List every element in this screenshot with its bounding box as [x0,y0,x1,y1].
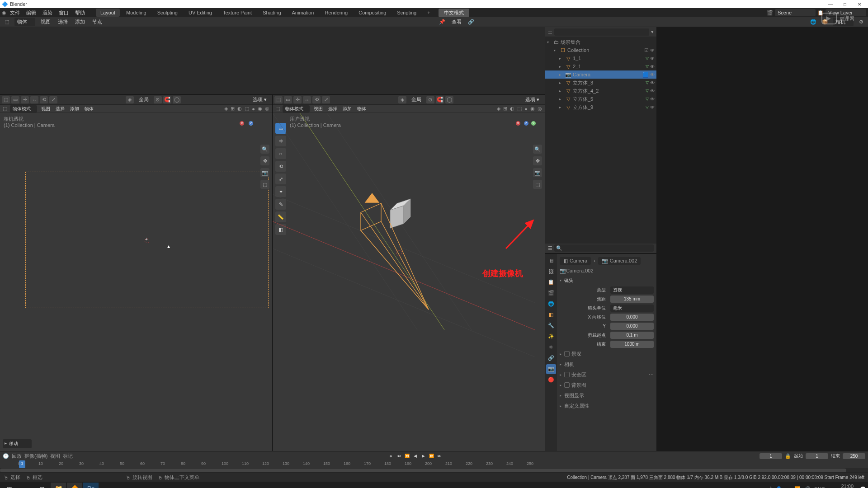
tab-object-icon[interactable]: ◧ [546,310,556,320]
tab-texpaint[interactable]: Texture Paint [218,9,256,17]
camera-view-icon[interactable]: 📷 [260,168,269,177]
tab-compositing[interactable]: Compositing [354,9,391,17]
rotate-icon[interactable]: ⟲ [312,96,321,103]
tab-physics-icon[interactable]: ⚛ [546,343,556,352]
keyframe-prev-icon[interactable]: ⏪ [403,453,410,459]
end-frame-field[interactable]: 250 [843,453,865,459]
zoom-icon[interactable]: 🔍 [533,145,542,154]
scene-field[interactable]: Scene [775,9,816,16]
clipend-field[interactable]: 1000 m [610,341,654,348]
timeline-scrollbar[interactable] [0,468,868,473]
vp-add[interactable]: 添加 [69,106,80,112]
editor-icon[interactable]: ⬚ [275,106,280,112]
select-tool-icon[interactable]: ▭ [275,123,286,134]
move-icon[interactable]: ↔ [303,96,311,103]
tab-shading[interactable]: Shading [258,9,285,17]
autokey-icon[interactable]: ● [389,453,392,459]
taskview-button[interactable]: ⊟ [34,483,50,488]
tab-particle-icon[interactable]: ✨ [546,332,556,342]
section-safe[interactable]: 安全区⋯ [560,370,654,380]
filter-icon[interactable]: ▾ [651,29,654,35]
transform-tool-icon[interactable]: ✦ [275,186,286,197]
play-reverse-icon[interactable]: ◀ [411,453,419,459]
tab-add[interactable]: + [423,9,434,17]
orientation-mode[interactable]: 全局 [408,96,425,103]
notification-icon[interactable]: 💬 [860,486,866,488]
props-search[interactable]: 🔍 [554,244,654,252]
vp-right-canvas[interactable]: ▭ ✛ ↔ ⟲ ⤢ ✦ ✎ 📏 ◧ 用户透视 (1) Collection | … [273,113,545,451]
xray-icon[interactable]: ◐ [237,106,242,112]
vp-view[interactable]: 视图 [40,106,52,112]
tray-wifi-icon[interactable]: 📶 [794,486,801,488]
select-box-icon[interactable]: ▭ [284,96,292,103]
wire-icon[interactable]: ⬚ [245,106,249,112]
pin-icon[interactable]: 📌 [438,18,446,26]
nh-add[interactable]: 添加 [73,19,87,25]
options-icon[interactable]: ⚙ [857,18,865,26]
vp-select[interactable]: 选择 [327,106,339,112]
dataname-field[interactable]: 📷Camera.002 [560,268,654,274]
nh-select[interactable]: 选择 [56,19,70,25]
tab-viewlayer-icon[interactable]: 📋 [546,277,556,287]
type-dropdown[interactable]: 透视 [610,286,654,294]
keyframe-next-icon[interactable]: ⏩ [428,453,435,459]
addcube-tool-icon[interactable]: ◧ [275,224,286,235]
shifty-field[interactable]: 0.000 [610,323,654,330]
editor-type-icon[interactable]: ⬚ [2,96,10,103]
world-icon[interactable]: 🌐 [809,18,817,26]
tab-modifier-icon[interactable]: 🔧 [546,321,556,331]
vp-object[interactable]: 物体 [83,106,95,112]
tab-sculpting[interactable]: Sculpting [153,9,182,17]
section-dof[interactable]: 景深 [560,349,654,359]
outliner-tree[interactable]: ▾🗀场景集合 ▾☐Collection☑👁 ▸▽1_1▽👁 ▸▽2_1▽👁 ▸📷… [545,37,656,112]
tray-people-icon[interactable]: 👤 [776,486,782,488]
camera-view-icon[interactable]: 📷 [533,168,542,177]
vp-select[interactable]: 选择 [54,106,66,112]
solid-icon[interactable]: ● [524,106,528,112]
breadcrumb-data[interactable]: 📷Camera.002 [598,257,641,265]
outliner-search[interactable] [554,28,649,36]
current-frame-field[interactable]: 1 [760,453,782,459]
play-icon[interactable]: ▶ [420,453,427,459]
last-op-panel[interactable]: 移动 [3,439,32,448]
focal-field[interactable]: 135 mm [610,296,654,303]
tab-layout[interactable]: Layout [96,9,120,17]
timeline-track[interactable]: 1 01020304050607080901001101201301401501… [0,460,868,468]
section-custom[interactable]: 自定义属性 [560,401,654,411]
editor-type-icon[interactable]: ☰ [548,29,552,35]
taskbar-clock[interactable]: 21:00 2021/4/25 [829,483,856,488]
menu-edit[interactable]: 编辑 [24,9,39,17]
editor-type-icon[interactable]: 🕐 [3,453,9,459]
move-tool-icon[interactable]: ↔ [275,148,286,159]
options-label[interactable]: 选项 ▾ [522,96,543,103]
menu-icon[interactable]: ⋯ [649,372,654,378]
minimize-button[interactable]: — [824,0,837,8]
solid-icon[interactable]: ● [252,106,255,112]
tab-animation[interactable]: Animation [288,9,319,17]
vp-add[interactable]: 添加 [341,106,353,112]
section-display[interactable]: 视图显示 [560,391,654,400]
shiftx-field[interactable]: 0.000 [610,314,654,321]
matprev-icon[interactable]: ◉ [258,106,262,112]
tab-world-icon[interactable]: 🌐 [546,299,556,309]
tray-sound-icon[interactable]: 🔊 [804,486,811,488]
nav-gizmo[interactable]: Y X Z [240,121,262,144]
tab-constraint-icon[interactable]: 🔗 [546,353,556,363]
persp-icon[interactable]: ⬚ [533,180,542,189]
menu-file[interactable]: 文件 [7,9,23,17]
rotate-icon[interactable]: ⟲ [40,96,48,103]
editor-type-icon[interactable]: ⬚ [274,96,283,103]
tl-playback[interactable]: 回放 [12,453,22,460]
matprev-icon[interactable]: ◉ [530,106,535,112]
section-bg[interactable]: 背景图 [560,380,654,390]
node-editor-canvas[interactable] [0,27,545,95]
lock-icon[interactable]: 🔒 [785,453,791,459]
editor-icon[interactable]: ⬚ [3,106,7,112]
tray-cloud-icon[interactable]: ☁ [786,486,791,488]
vp-left-canvas[interactable]: 相机透视 (1) Collection | Camera ▴ Y X Z 🔍 ✥ [0,113,272,451]
xray-icon[interactable]: ◐ [510,106,514,112]
vp-object[interactable]: 物体 [356,106,368,112]
slot-dropdown[interactable]: 相机 [833,18,854,26]
overlay-toggle-icon[interactable]: ⊞ [503,106,507,112]
pivot-icon[interactable]: ⊙ [426,96,434,103]
